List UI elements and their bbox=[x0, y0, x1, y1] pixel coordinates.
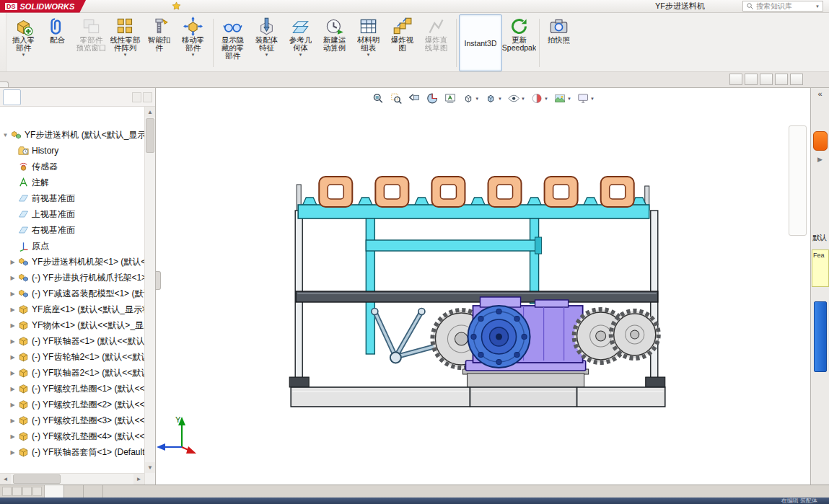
taskpane-tab[interactable] bbox=[791, 129, 804, 142]
dropdown-arrow-icon[interactable]: ▼ bbox=[367, 53, 371, 58]
command-tab[interactable] bbox=[43, 81, 61, 87]
ribbon-button[interactable]: 显示隐藏的零部件 ▼ bbox=[216, 14, 250, 71]
scroll-left-icon[interactable]: ◄ bbox=[0, 474, 11, 485]
ribbon-button[interactable]: 新建运动算例 ▼ bbox=[317, 14, 351, 71]
ribbon-button[interactable]: 拍快照 ▼ bbox=[542, 14, 576, 71]
expander-icon[interactable]: ▶ bbox=[9, 354, 17, 361]
ribbon-button[interactable]: 爆炸视图 ▼ bbox=[385, 14, 419, 71]
scroll-up-icon[interactable]: ▲ bbox=[145, 107, 155, 118]
quick-button[interactable] bbox=[205, 1, 216, 12]
pin-star-icon[interactable] bbox=[171, 1, 182, 12]
dropdown-arrow-icon[interactable]: ▼ bbox=[521, 97, 525, 101]
manager-tab[interactable] bbox=[61, 89, 79, 105]
quick-button[interactable] bbox=[190, 1, 202, 12]
headsup-button[interactable]: ▼ bbox=[406, 91, 421, 106]
search-dropdown-icon[interactable]: ▼ bbox=[815, 4, 820, 9]
tree-item[interactable]: ▶ YF底座<1> (默认<默认_显示状态 bbox=[0, 301, 144, 317]
headsup-button[interactable]: ▼ bbox=[483, 91, 504, 106]
tree-item[interactable]: ▶ (-) YF联轴器套筒<1> (Default< bbox=[0, 444, 144, 460]
dropdown-arrow-icon[interactable]: ▼ bbox=[567, 97, 571, 101]
ribbon-button[interactable]: 更新Speedpak ▼ bbox=[502, 14, 536, 71]
base-plates[interactable] bbox=[291, 387, 665, 407]
tree-item[interactable]: ▶ (-) YF螺纹孔垫圈<2> (默认<<默 bbox=[0, 397, 144, 412]
manager-tab[interactable] bbox=[81, 89, 99, 105]
expander-icon[interactable]: ▶ bbox=[9, 386, 17, 392]
scroll-down-icon[interactable]: ▼ bbox=[145, 462, 155, 473]
tree-item[interactable]: ▶ (-) YF联轴器<1> (默认<<默认> bbox=[0, 333, 144, 349]
tab-scroll-button[interactable] bbox=[32, 487, 42, 496]
manager-tab[interactable] bbox=[22, 89, 40, 105]
taskpane-tab[interactable] bbox=[791, 201, 804, 214]
command-tab[interactable] bbox=[61, 81, 78, 87]
sliver-scrollbar[interactable] bbox=[814, 301, 827, 372]
ribbon-button[interactable]: 线性零部件阵列 ▼ bbox=[108, 14, 142, 71]
scroll-thumb[interactable] bbox=[13, 474, 61, 484]
quick-button[interactable] bbox=[234, 1, 245, 12]
quick-button[interactable] bbox=[248, 1, 260, 12]
tree-item[interactable]: ▶ YF步进送料机机架<1> (默认<默 bbox=[0, 254, 144, 270]
headsup-button[interactable]: ▼ bbox=[530, 91, 550, 106]
ribbon-button[interactable]: 爆炸直线草图 ▼ bbox=[419, 14, 453, 71]
dropdown-arrow-icon[interactable]: ▼ bbox=[498, 97, 502, 101]
scroll-thumb[interactable] bbox=[146, 118, 154, 153]
tree-item[interactable]: ▶ 上视基准面 bbox=[0, 206, 144, 222]
search-input[interactable]: 搜索知识库 bbox=[756, 1, 813, 12]
dropdown-arrow-icon[interactable]: ▼ bbox=[22, 53, 26, 58]
window-control[interactable] bbox=[790, 74, 803, 85]
manager-nav-arrow[interactable] bbox=[143, 92, 152, 102]
tree-item[interactable]: ▶ (-) YF步进执行机械爪托架<1> (默 bbox=[0, 270, 144, 286]
window-control[interactable] bbox=[775, 74, 788, 85]
expander-icon[interactable]: ▶ bbox=[9, 259, 17, 265]
quick-button[interactable] bbox=[291, 1, 303, 12]
taskpane-tab[interactable] bbox=[791, 183, 804, 196]
tree-item[interactable]: ▶ (-) YF联轴器2<1> (默认<<默认 bbox=[0, 365, 144, 381]
expander-icon[interactable]: ▶ bbox=[9, 322, 17, 329]
ribbon-button[interactable]: 装配体特征 ▼ bbox=[250, 14, 284, 71]
window-control[interactable] bbox=[729, 74, 742, 85]
chevron-right-icon[interactable]: ▶ bbox=[811, 156, 829, 163]
gears-right[interactable] bbox=[574, 309, 659, 363]
manager-tab[interactable] bbox=[3, 89, 21, 105]
manager-tab[interactable] bbox=[42, 89, 60, 105]
dropdown-arrow-icon[interactable]: ▼ bbox=[191, 53, 196, 58]
tab-scroll-button[interactable] bbox=[2, 487, 12, 496]
motor-flange[interactable] bbox=[468, 306, 530, 368]
expander-icon[interactable]: ▶ bbox=[9, 306, 17, 313]
tree-item[interactable]: ▼ YF步进送料机 (默认<默认_显示状态 bbox=[0, 127, 144, 143]
dropdown-arrow-icon[interactable]: ▼ bbox=[265, 53, 269, 58]
taskpane-tab[interactable] bbox=[791, 219, 804, 232]
expander-icon[interactable]: ▼ bbox=[1, 132, 9, 138]
gearbox-pedestal[interactable] bbox=[462, 369, 588, 387]
tree-item[interactable]: ▶ 传感器 bbox=[0, 159, 144, 174]
expander-icon[interactable]: ▶ bbox=[9, 402, 17, 408]
cross-beam[interactable] bbox=[296, 291, 658, 302]
expander-icon[interactable]: ▶ bbox=[9, 275, 17, 281]
window-control[interactable] bbox=[745, 74, 758, 85]
tree-item[interactable]: ▶ (-) YF减速器装配模型<1> (默认< bbox=[0, 286, 144, 301]
headsup-button[interactable]: ▼ bbox=[388, 91, 403, 106]
dropdown-arrow-icon[interactable]: ▼ bbox=[123, 53, 128, 58]
headsup-button[interactable]: ▼ bbox=[460, 91, 481, 106]
command-tab[interactable] bbox=[0, 81, 9, 87]
manager-nav-arrow[interactable] bbox=[132, 92, 141, 102]
tree-item[interactable]: ▶ 原点 bbox=[0, 238, 144, 254]
ribbon-button[interactable]: 插入零部件 ▼ bbox=[6, 14, 40, 71]
dropdown-arrow-icon[interactable]: ▼ bbox=[299, 53, 303, 58]
dropdown-arrow-icon[interactable]: ▼ bbox=[544, 97, 548, 101]
window-control[interactable] bbox=[760, 74, 773, 85]
expander-icon[interactable]: ▶ bbox=[9, 433, 17, 440]
quick-button[interactable] bbox=[219, 1, 231, 12]
expander-icon[interactable]: ▶ bbox=[9, 449, 17, 456]
taskpane-tab[interactable] bbox=[791, 147, 804, 160]
scroll-right-icon[interactable]: ► bbox=[133, 474, 144, 485]
tree-item[interactable]: ▶ YF物体<1> (默认<<默认>_显示 bbox=[0, 317, 144, 333]
command-tab[interactable] bbox=[95, 81, 113, 87]
ribbon-button[interactable]: Instant3D ▼ bbox=[459, 14, 502, 71]
headsup-button[interactable]: ▼ bbox=[553, 91, 573, 106]
expander-icon[interactable]: ▶ bbox=[9, 338, 17, 345]
tree-item[interactable]: ▶ (-) YF齿轮轴2<1> (默认<<默认 bbox=[0, 349, 144, 365]
study-tab[interactable] bbox=[84, 485, 103, 498]
panel-collapse-handle[interactable] bbox=[156, 271, 161, 290]
headsup-button[interactable]: ▼ bbox=[370, 91, 385, 106]
ribbon-button[interactable]: 移动零部件 ▼ bbox=[176, 14, 210, 71]
